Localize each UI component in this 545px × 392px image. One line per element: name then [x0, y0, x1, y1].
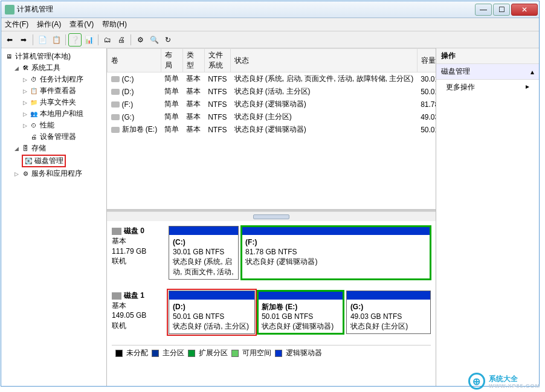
col-fs[interactable]: 文件系统: [204, 49, 230, 72]
tree-event-viewer[interactable]: ▷📋事件查看器: [19, 85, 105, 97]
legend-unallocated-swatch: [115, 350, 123, 357]
partition-header: [169, 291, 254, 300]
tb-icon-7[interactable]: 🔍: [148, 34, 160, 46]
actions-pane: 操作 磁盘管理 ▴ 更多操作 ▸: [436, 48, 539, 386]
tb-icon-8[interactable]: ↻: [162, 34, 174, 46]
collapse-icon[interactable]: ▴: [530, 68, 534, 76]
partition-body: (F:)81.78 GB NTFS状态良好 (逻辑驱动器): [242, 235, 430, 279]
actions-section[interactable]: 磁盘管理 ▴: [436, 64, 539, 80]
perf-icon: ⏲: [30, 121, 38, 130]
table-row[interactable]: (F:)简单基本NTFS状态良好 (逻辑驱动器)81.78 GB: [108, 98, 436, 111]
menu-help[interactable]: 帮助(H): [102, 19, 127, 30]
table-header-row: 卷 布局 类型 文件系统 状态 容量: [108, 49, 436, 72]
tree-services-apps[interactable]: ▷ ⚙ 服务和应用程序: [11, 168, 105, 179]
volume-icon: [111, 127, 120, 133]
tree-pane[interactable]: 🖥 计算机管理(本地) ◢ 🛠 系统工具 ▷⏱任务计划程序 ▷📋事件查看器 ▷📁…: [1, 48, 107, 386]
clock-icon: ⏱: [30, 76, 38, 84]
partition-header: [258, 291, 343, 300]
close-button[interactable]: ✕: [511, 4, 538, 16]
menu-file[interactable]: 文件(F): [5, 19, 28, 30]
disk-row: 磁盘 0基本111.79 GB联机(C:)30.01 GB NTFS状态良好 (…: [112, 226, 431, 280]
volume-icon: [111, 101, 120, 108]
users-icon: 👥: [30, 110, 38, 118]
disk-icon: [112, 292, 121, 300]
tree-root[interactable]: 🖥 计算机管理(本地): [2, 51, 105, 62]
disk-info: 磁盘 1基本149.05 GB联机: [112, 291, 169, 335]
expand-icon[interactable]: ▷: [22, 100, 28, 106]
legend-logical-swatch: [275, 350, 282, 357]
volume-list[interactable]: 卷 布局 类型 文件系统 状态 容量 (C:)简单基本NTFS状态良好 (系统,…: [107, 48, 436, 211]
horizontal-scrollbar[interactable]: [107, 211, 436, 221]
back-button[interactable]: ⬅: [4, 34, 16, 46]
window-root: 计算机管理 — ☐ ✕ 文件(F) 操作(A) 查看(V) 帮助(H) ⬅ ➡ …: [1, 1, 540, 387]
disk-info: 磁盘 0基本111.79 GB联机: [112, 226, 169, 280]
partition-header: [242, 227, 430, 235]
table-row[interactable]: (C:)简单基本NTFS状态良好 (系统, 启动, 页面文件, 活动, 故障转储…: [108, 72, 436, 86]
disk-partitions: (D:)50.01 GB NTFS状态良好 (活动, 主分区)新加卷 (E:)5…: [169, 291, 431, 335]
maximize-button[interactable]: ☐: [493, 4, 510, 16]
toolbar: ⬅ ➡ 📄 📋 ❔ 📊 🗂 🖨 ⚙ 🔍 ↻: [1, 31, 539, 48]
minimize-button[interactable]: —: [475, 4, 492, 16]
legend-primary-swatch: [152, 350, 159, 357]
col-volume[interactable]: 卷: [108, 49, 161, 72]
expand-icon[interactable]: ▷: [22, 123, 28, 129]
window-title: 计算机管理: [17, 4, 53, 14]
disk-icon: 💽: [24, 157, 33, 165]
disk-graphic-pane[interactable]: 磁盘 0基本111.79 GB联机(C:)30.01 GB NTFS状态良好 (…: [107, 221, 436, 386]
expand-icon[interactable]: ▷: [22, 111, 28, 117]
partition[interactable]: (D:)50.01 GB NTFS状态良好 (活动, 主分区): [169, 291, 255, 335]
col-capacity[interactable]: 容量: [417, 49, 436, 72]
mid-pane: 卷 布局 类型 文件系统 状态 容量 (C:)简单基本NTFS状态良好 (系统,…: [107, 48, 436, 386]
tree-shared-folders[interactable]: ▷📁共享文件夹: [19, 97, 105, 108]
tree-task-scheduler[interactable]: ▷⏱任务计划程序: [19, 74, 105, 85]
col-layout[interactable]: 布局: [161, 49, 182, 72]
computer-icon: 🖥: [5, 53, 13, 61]
tree-system-tools[interactable]: ◢ 🛠 系统工具: [11, 62, 105, 74]
event-icon: 📋: [30, 87, 38, 95]
disk-partitions: (C:)30.01 GB NTFS状态良好 (系统, 启动, 页面文件, 活动,…: [169, 226, 431, 280]
partition-body: (D:)50.01 GB NTFS状态良好 (活动, 主分区): [169, 300, 254, 334]
tree-device-manager[interactable]: 🖨设备管理器: [19, 131, 105, 143]
table-row[interactable]: (G:)简单基本NTFS状态良好 (主分区)49.03 GB: [108, 111, 436, 123]
forward-button[interactable]: ➡: [18, 34, 30, 46]
tb-icon-6[interactable]: ⚙: [134, 34, 146, 46]
highlight-box: 💽 磁盘管理: [22, 155, 66, 167]
table-row[interactable]: 新加卷 (E:)简单基本NTFS状态良好 (逻辑驱动器)50.01 GB: [108, 123, 436, 136]
storage-icon: 🗄: [21, 144, 30, 153]
tb-icon-4[interactable]: 🗂: [102, 34, 114, 46]
window-buttons: — ☐ ✕: [475, 4, 539, 16]
tree-storage[interactable]: ◢ 🗄 存储: [11, 143, 105, 154]
col-status[interactable]: 状态: [231, 49, 418, 72]
col-type[interactable]: 类型: [182, 49, 204, 72]
tree-local-users[interactable]: ▷👥本地用户和组: [19, 108, 105, 120]
volume-table: 卷 布局 类型 文件系统 状态 容量 (C:)简单基本NTFS状态良好 (系统,…: [107, 48, 436, 136]
partition[interactable]: (F:)81.78 GB NTFS状态良好 (逻辑驱动器): [241, 226, 431, 280]
tb-icon-5[interactable]: 🖨: [115, 34, 127, 46]
expand-icon[interactable]: ▷: [22, 88, 28, 94]
expand-icon[interactable]: ◢: [13, 146, 19, 152]
menu-view[interactable]: 查看(V): [69, 19, 94, 30]
action-more[interactable]: 更多操作 ▸: [436, 80, 539, 95]
expand-icon[interactable]: ▷: [13, 171, 19, 177]
help-icon[interactable]: ❔: [69, 34, 81, 46]
expand-icon[interactable]: ◢: [13, 65, 19, 71]
tb-icon-3[interactable]: 📊: [83, 34, 95, 46]
legend-extended-swatch: [188, 350, 195, 357]
partition[interactable]: (G:)49.03 GB NTFS状态良好 (主分区): [346, 291, 431, 335]
partition[interactable]: 新加卷 (E:)50.01 GB NTFS状态良好 (逻辑驱动器): [257, 291, 344, 335]
table-row[interactable]: (D:)简单基本NTFS状态良好 (活动, 主分区)50.01 GB: [108, 85, 436, 98]
partition-body: (C:)30.01 GB NTFS状态良好 (系统, 启动, 页面文件, 活动,: [169, 235, 238, 279]
device-icon: 🖨: [30, 133, 38, 141]
volume-icon: [111, 89, 120, 95]
menu-action[interactable]: 操作(A): [37, 19, 61, 30]
actions-header: 操作: [436, 48, 539, 64]
tools-icon: 🛠: [21, 64, 30, 72]
services-icon: ⚙: [21, 170, 30, 178]
partition[interactable]: (C:)30.01 GB NTFS状态良好 (系统, 启动, 页面文件, 活动,: [169, 226, 239, 280]
tb-icon-2[interactable]: 📋: [50, 34, 62, 46]
tb-icon-1[interactable]: 📄: [36, 34, 48, 46]
tree-disk-management[interactable]: 💽 磁盘管理: [19, 154, 105, 168]
volume-icon: [111, 114, 120, 120]
tree-performance[interactable]: ▷⏲性能: [19, 120, 105, 131]
expand-icon[interactable]: ▷: [22, 77, 28, 83]
